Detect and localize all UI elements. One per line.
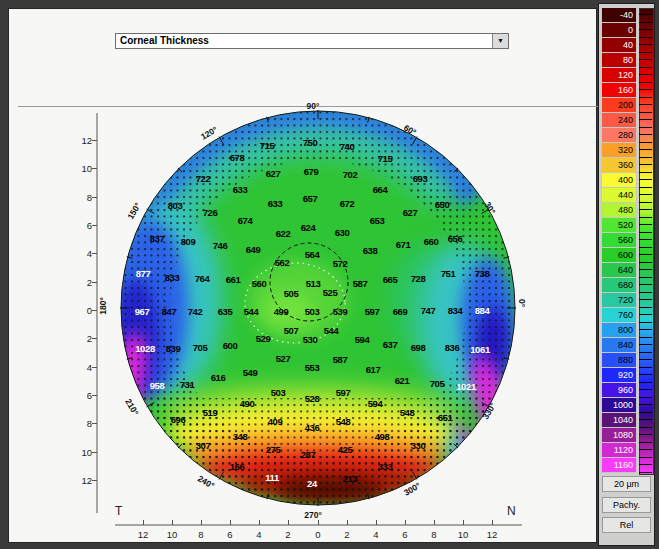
scale-cell-1120: 1120: [601, 443, 637, 458]
scale-cell-560: 560: [601, 233, 637, 248]
scale-cell-40: 40: [601, 38, 637, 53]
map-panel: [8, 8, 597, 543]
scale-cell-80: 80: [601, 53, 637, 68]
header-separator: [18, 106, 604, 107]
scale-cell-280: 280: [601, 128, 637, 143]
color-scale-legend: -400408012016020024028032036040044048052…: [601, 8, 637, 473]
scale-cell-800: 800: [601, 323, 637, 338]
scale-cell-480: 480: [601, 203, 637, 218]
color-scale-panel: -400408012016020024028032036040044048052…: [598, 3, 655, 546]
scale-cell-760: 760: [601, 308, 637, 323]
scale-cell-680: 680: [601, 278, 637, 293]
chevron-down-icon[interactable]: ▼: [492, 34, 508, 48]
scale-cell-320: 320: [601, 143, 637, 158]
scale-cell-0: 0: [601, 23, 637, 38]
scale-cell-840: 840: [601, 338, 637, 353]
scale-cell-600: 600: [601, 248, 637, 263]
scale-cell-1040: 1040: [601, 413, 637, 428]
scale-cell-1080: 1080: [601, 428, 637, 443]
scale-cell-240: 240: [601, 113, 637, 128]
scale-cell-720: 720: [601, 293, 637, 308]
scale-cell-120: 120: [601, 68, 637, 83]
scale-cell-1000: 1000: [601, 398, 637, 413]
scale-cell-520: 520: [601, 218, 637, 233]
parameter-dropdown[interactable]: Corneal Thickness ▼: [115, 33, 509, 49]
pachymetry-app-window: { "controls": { "parameter_dropdown": { …: [0, 0, 659, 549]
pachy-mode-button[interactable]: Pachy.: [602, 497, 651, 513]
scale-cell--40: -40: [601, 8, 637, 23]
scale-cell-200: 200: [601, 98, 637, 113]
scale-cell-920: 920: [601, 368, 637, 383]
scale-cell-880: 880: [601, 353, 637, 368]
scale-cell-400: 400: [601, 173, 637, 188]
parameter-dropdown-value: Corneal Thickness: [120, 34, 209, 48]
scale-cell-640: 640: [601, 263, 637, 278]
color-scale-ruler-ticks: [639, 8, 652, 473]
scale-cell-440: 440: [601, 188, 637, 203]
scale-step-button[interactable]: 20 µm: [602, 476, 651, 492]
rel-mode-button[interactable]: Rel: [602, 517, 651, 533]
scale-cell-960: 960: [601, 383, 637, 398]
scale-cell-160: 160: [601, 83, 637, 98]
scale-cell-1160: 1160: [601, 458, 637, 473]
scale-cell-360: 360: [601, 158, 637, 173]
